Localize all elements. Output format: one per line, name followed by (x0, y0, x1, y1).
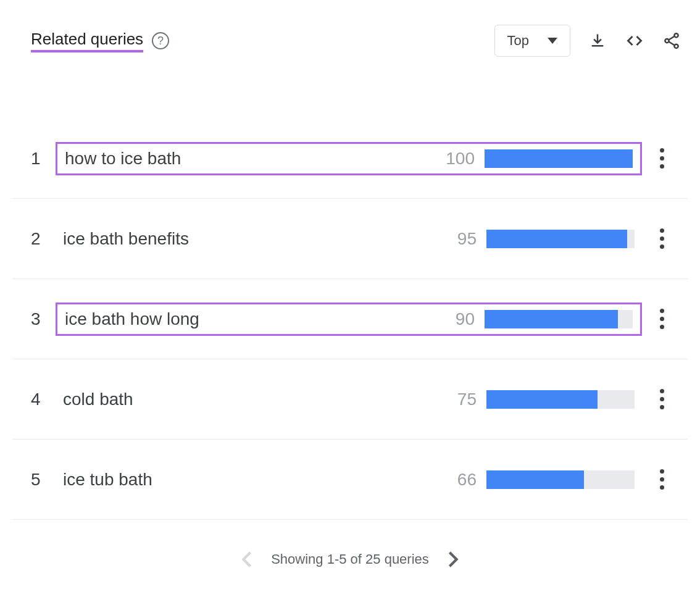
rank-number: 3 (31, 309, 56, 329)
dot-icon (660, 317, 664, 321)
dot-icon (660, 469, 664, 474)
prev-page-button[interactable] (241, 551, 252, 568)
dot-icon (660, 164, 664, 169)
query-row[interactable]: ice bath benefits 95 (56, 224, 642, 254)
value-bar: 100 (440, 149, 633, 169)
header-left: Related queries ? (31, 30, 169, 52)
list-item: 1 how to ice bath 100 (12, 119, 688, 199)
bar-fill (485, 310, 618, 328)
share-icon (662, 31, 681, 50)
bar-fill (485, 149, 633, 168)
list-item: 3 ice bath how long 90 (12, 279, 688, 359)
value-bar: 90 (440, 309, 633, 329)
query-value: 95 (442, 229, 477, 249)
query-row[interactable]: cold bath 75 (56, 385, 642, 414)
row-menu-button[interactable] (654, 228, 669, 249)
query-value: 66 (442, 470, 477, 490)
dot-icon (660, 244, 664, 249)
bar-track (486, 470, 635, 489)
sort-dropdown[interactable]: Top (494, 25, 570, 57)
dot-icon (660, 485, 664, 490)
row-menu-button[interactable] (654, 309, 669, 329)
bar-track (485, 149, 633, 168)
chevron-left-icon (241, 551, 252, 568)
bar-fill (486, 390, 598, 409)
dot-icon (660, 405, 664, 409)
query-text: ice bath benefits (63, 229, 189, 249)
code-icon (625, 32, 644, 49)
row-menu-button[interactable] (654, 148, 669, 169)
bar-track (485, 310, 633, 328)
dot-icon (660, 389, 664, 393)
pagination: Showing 1-5 of 25 queries (12, 551, 688, 568)
rank-number: 1 (31, 149, 56, 169)
dot-icon (660, 228, 664, 233)
rank-number: 2 (31, 229, 56, 249)
query-row[interactable]: ice tub bath 66 (56, 465, 642, 495)
dot-icon (660, 397, 664, 401)
value-bar: 95 (442, 229, 635, 249)
dropdown-label: Top (507, 33, 529, 49)
bar-track (486, 390, 635, 409)
dot-icon (660, 236, 664, 241)
query-text: cold bath (63, 390, 133, 409)
bar-fill (486, 470, 584, 489)
row-menu-button[interactable] (654, 469, 669, 490)
rank-number: 4 (31, 390, 56, 409)
query-value: 75 (442, 390, 477, 409)
value-bar: 66 (442, 470, 635, 490)
dot-icon (660, 325, 664, 329)
chevron-right-icon (448, 551, 459, 568)
bar-fill (486, 230, 627, 248)
query-row[interactable]: ice bath how long 90 (56, 303, 642, 336)
list-item: 4 cold bath 75 (12, 359, 688, 440)
dot-icon (660, 309, 664, 313)
download-button[interactable] (588, 31, 607, 51)
query-value: 90 (440, 309, 475, 329)
dot-icon (660, 477, 664, 482)
bar-track (486, 230, 635, 248)
dot-icon (660, 148, 664, 152)
dot-icon (660, 156, 664, 161)
query-value: 100 (440, 149, 475, 169)
header-right: Top (494, 25, 681, 57)
help-icon[interactable]: ? (152, 32, 169, 49)
download-icon (589, 32, 606, 49)
list-item: 2 ice bath benefits 95 (12, 199, 688, 279)
query-text: how to ice bath (65, 149, 181, 169)
widget-title: Related queries (31, 30, 143, 52)
embed-button[interactable] (625, 31, 644, 51)
next-page-button[interactable] (448, 551, 459, 568)
value-bar: 75 (442, 390, 635, 409)
list-item: 5 ice tub bath 66 (12, 440, 688, 520)
chevron-down-icon (548, 38, 557, 44)
query-text: ice tub bath (63, 470, 152, 490)
share-button[interactable] (662, 31, 681, 51)
rank-number: 5 (31, 470, 56, 490)
query-text: ice bath how long (65, 309, 199, 329)
pagination-text: Showing 1-5 of 25 queries (271, 551, 429, 567)
query-row[interactable]: how to ice bath 100 (56, 142, 642, 175)
widget-header: Related queries ? Top (12, 25, 688, 63)
row-menu-button[interactable] (654, 389, 669, 409)
query-list: 1 how to ice bath 100 2 ice bath benefit… (12, 119, 688, 520)
